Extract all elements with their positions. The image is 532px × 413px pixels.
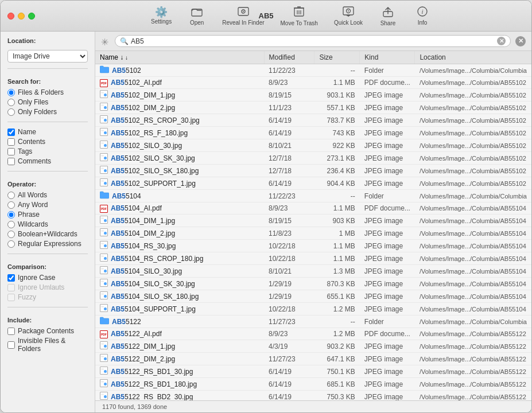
trash-label: Move To Trash [281,20,318,26]
modified-cell: 11/27/23 [264,353,314,365]
contents-checkbox-label: Contents [18,138,45,146]
regex-option[interactable]: Regular Expressions [7,240,88,248]
table-row[interactable]: AB55104_SILO_30.jpg8/10/211.3 MBJPEG ima… [95,265,531,278]
kind-column-header[interactable]: Kind [360,51,415,64]
size-column-header[interactable]: Size [314,51,360,64]
table-row[interactable]: AB55102_DIM_2.jpg11/1/23557.1 KBJPEG ima… [95,102,531,114]
invisible-files-row[interactable]: Invisible Files & Folders [7,337,88,353]
divider-4 [7,254,88,254]
settings-icon: ⚙️ [155,7,168,17]
modified-cell: 8/10/21 [264,265,314,278]
search-close-button[interactable]: ✕ [515,36,526,46]
toolbar: ⚙️ Settings Open Reveal In Finder Move [58,3,525,29]
modified-cell: 6/14/19 [264,114,314,127]
share-button[interactable]: Share [371,3,405,29]
table-row[interactable]: AB55104_SILO_SK_180.jpg1/29/19655.1 KBJP… [95,290,531,303]
table-row[interactable]: AB5512211/27/23--Folder/Volumes/Image...… [95,315,531,328]
table-row[interactable]: AB55122_DIM_2.jpg11/27/23647.1 KBJPEG im… [95,353,531,365]
package-contents-row[interactable]: Package Contents [7,327,88,335]
search-input[interactable] [131,37,495,45]
any-word-label: Any Word [18,201,48,209]
pdf-icon: PDF [100,329,108,338]
phrase-option[interactable]: Phrase [7,211,88,219]
image-icon [100,90,108,100]
results-table[interactable]: Name ↓ Modified Size Kind Location AB551… [95,51,531,400]
image-icon [100,115,108,125]
wildcards-option[interactable]: Wildcards [7,220,88,228]
table-row[interactable]: AB55104_DIM_1.jpg8/19/15903 KBJPEG image… [95,215,531,227]
kind-cell: JPEG image [360,127,415,139]
svg-point-3 [243,11,244,12]
share-label: Share [380,20,396,26]
table-row[interactable]: AB55102_SUPPORT_1.jpg6/14/19904.4 KBJPEG… [95,177,531,190]
only-files-option[interactable]: Only Files [7,98,88,106]
table-row[interactable]: AB5510411/22/23--Folder/Volumes/Image...… [95,190,531,202]
table-row[interactable]: AB55104_SUPPORT_1.jpg10/22/181.2 MBJPEG … [95,303,531,315]
kind-cell: JPEG image [360,252,415,265]
table-row[interactable]: AB55104_SILO_SK_30.jpg1/29/19870.3 KBJPE… [95,278,531,290]
file-name: AB55104 [112,192,141,200]
file-name: AB55102_RS_CROP_30.jpg [111,116,200,124]
main-area: ✳ 🔍 ✕ ✕ Name ↓ Modified Size Ki [95,32,531,412]
table-row[interactable]: PDFAB55102_AI.pdf8/9/231.1 MBPDF docume.… [95,77,531,89]
only-folders-option[interactable]: Only Folders [7,108,88,116]
table-row[interactable]: AB55102_DIM_1.jpg8/19/15903.1 KBJPEG ima… [95,89,531,102]
table-row[interactable]: AB55122_RS_BD2_30.jpg6/14/19750.3 KBJPEG… [95,391,531,401]
kind-cell: JPEG image [360,215,415,227]
file-name: AB55102_SILO_30.jpg [111,142,182,150]
bool-wildcards-option[interactable]: Boolean+Wildcards [7,230,88,238]
maximize-button[interactable] [28,13,35,20]
files-folders-option[interactable]: Files & Folders [7,88,88,96]
ignore-case-row[interactable]: Ignore Case [7,274,88,282]
table-row[interactable]: AB55122_DIM_1.jpg4/3/19903.2 KBJPEG imag… [95,340,531,353]
size-cell: 1.3 MB [314,265,360,278]
table-row[interactable]: AB55102_SILO_30.jpg8/10/21922 KBJPEG ima… [95,139,531,152]
package-contents-label: Package Contents [18,327,74,335]
file-name: AB55122_DIM_2.jpg [111,355,175,363]
table-row[interactable]: AB55104_RS_CROP_180.jpg10/22/181.1 MBJPE… [95,252,531,265]
table-row[interactable]: AB55104_DIM_2.jpg11/8/231 MBJPEG image/V… [95,227,531,240]
size-cell: 647.1 KB [314,353,360,365]
table-row[interactable]: AB55122_RS_BD1_180.jpg6/14/19685.1 KBJPE… [95,378,531,391]
comments-checkbox-row[interactable]: Comments [7,157,88,165]
close-button[interactable] [7,13,14,20]
table-row[interactable]: AB55104_RS_30.jpg10/22/181.1 MBJPEG imag… [95,240,531,252]
table-row[interactable]: PDFAB55122_AI.pdf8/9/231.2 MBPDF docume.… [95,328,531,340]
size-cell: 273.1 KB [314,152,360,165]
table-row[interactable]: AB55102_SILO_SK_30.jpg12/7/18273.1 KBJPE… [95,152,531,165]
name-checkbox-row[interactable]: Name [7,128,88,136]
modified-cell: 10/22/18 [264,240,314,252]
info-button[interactable]: i Info [405,4,440,28]
modified-cell: 8/9/23 [264,328,314,340]
search-clear-button[interactable]: ✕ [497,37,506,45]
open-button[interactable]: Open [180,4,214,28]
fuzzy-row[interactable]: Fuzzy [7,293,88,301]
minimize-button[interactable] [18,13,25,20]
location-select[interactable]: Image Drive [7,50,88,63]
ignore-umlauts-row[interactable]: Ignore Umlauts [7,283,88,291]
move-to-trash-button[interactable]: Move To Trash [273,3,326,29]
open-label: Open [190,20,204,26]
quick-look-button[interactable]: Quick Look [326,4,371,28]
contents-checkbox-row[interactable]: Contents [7,138,88,146]
kind-cell: JPEG image [360,177,415,190]
location-column-header[interactable]: Location [415,51,531,64]
table-row[interactable]: AB55122_RS_BD1_30.jpg6/14/19750.1 KBJPEG… [95,365,531,378]
table-row[interactable]: AB5510211/22/23--Folder/Volumes/Image...… [95,64,531,77]
modified-column-header[interactable]: Modified [264,51,314,64]
location-cell: /Volumes/Image.../Columbia/AB55104 [415,240,531,252]
settings-button[interactable]: ⚙️ Settings [143,5,180,27]
tags-checkbox-row[interactable]: Tags [7,147,88,155]
table-row[interactable]: PDFAB55104_AI.pdf8/9/231.1 MBPDF docume.… [95,202,531,215]
all-words-option[interactable]: All Words [7,191,88,199]
name-column-header[interactable]: Name ↓ [95,51,264,64]
table-row[interactable]: AB55102_SILO_SK_180.jpg12/7/18236.4 KBJP… [95,165,531,177]
sidebar: Location: Image Drive Search for: Files … [1,32,95,412]
size-cell: 1 MB [314,227,360,240]
file-name: AB55104_AI.pdf [111,204,162,212]
any-word-option[interactable]: Any Word [7,201,88,209]
table-row[interactable]: AB55102_RS_CROP_30.jpg6/14/19783.7 KBJPE… [95,114,531,127]
size-cell: 236.4 KB [314,165,360,177]
table-row[interactable]: AB55102_RS_F_180.jpg6/14/19743 KBJPEG im… [95,127,531,139]
svg-text:i: i [421,8,423,15]
